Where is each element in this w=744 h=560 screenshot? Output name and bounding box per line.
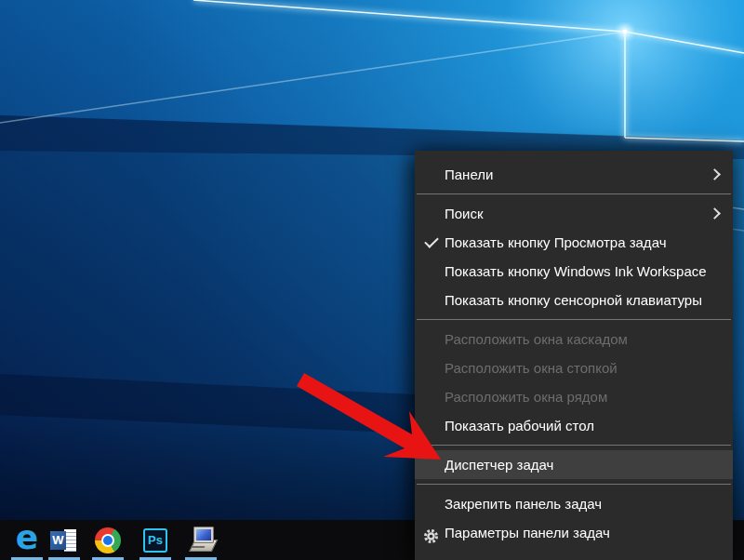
menu-item-label: Расположить окна рядом <box>445 389 607 405</box>
menu-item-show-windows-ink-workspace-button[interactable]: Показать кнопку Windows Ink Workspace <box>415 257 733 286</box>
menu-separator <box>417 319 731 320</box>
taskbar-button-chrome[interactable] <box>89 520 126 560</box>
taskbar-context-menu: Панели Поиск Показать кнопку Просмотра з… <box>415 151 733 560</box>
gear-icon <box>423 525 439 553</box>
chevron-right-icon <box>709 207 721 220</box>
menu-item-label: Показать рабочий стол <box>445 418 594 433</box>
taskbar-button-word[interactable]: W <box>46 520 83 560</box>
menu-item-label: Панели <box>445 167 493 182</box>
menu-item-task-manager[interactable]: Диспетчер задач <box>415 450 733 479</box>
word-icon: W <box>50 527 78 553</box>
computer-icon-monitor <box>193 527 214 543</box>
menu-item-taskbar-settings[interactable]: Параметры панели задач <box>415 518 733 547</box>
menu-item-search[interactable]: Поиск <box>415 199 733 228</box>
menu-item-label: Показать кнопку Просмотра задач <box>445 234 666 250</box>
menu-item-label: Закрепить панель задач <box>445 496 602 512</box>
photoshop-icon: Ps <box>143 528 167 553</box>
computer-icon-screen <box>196 529 211 540</box>
menu-separator <box>417 484 731 485</box>
taskbar-button-edge[interactable]: e <box>8 520 46 560</box>
menu-item-stack-windows: Расположить окна стопкой <box>415 353 733 382</box>
menu-item-lock-taskbar[interactable]: Закрепить панель задач <box>415 489 733 518</box>
chrome-icon <box>95 527 121 553</box>
computer-icon-slot <box>192 546 206 548</box>
menu-item-show-desktop[interactable]: Показать рабочий стол <box>415 411 733 440</box>
menu-item-cascade-windows: Расположить окна каскадом <box>415 325 733 353</box>
menu-item-label: Показать кнопку Windows Ink Workspace <box>445 263 707 279</box>
menu-item-label: Поиск <box>445 206 484 221</box>
checkmark-icon <box>424 233 439 248</box>
menu-item-panels[interactable]: Панели <box>415 160 733 189</box>
menu-item-side-by-side-windows: Расположить окна рядом <box>415 382 733 411</box>
menu-item-label: Диспетчер задач <box>445 457 553 473</box>
menu-separator <box>417 193 731 194</box>
menu-item-label: Показать кнопку сенсорной клавиатуры <box>445 292 702 308</box>
taskbar-button-computer[interactable] <box>182 520 219 560</box>
computer-icon <box>186 527 216 554</box>
chrome-icon-core <box>103 536 113 545</box>
edge-icon: e <box>16 524 38 552</box>
chevron-right-icon <box>709 168 721 180</box>
taskbar-button-photoshop[interactable]: Ps <box>137 520 174 560</box>
menu-item-show-touch-keyboard-button[interactable]: Показать кнопку сенсорной клавиатуры <box>415 286 733 314</box>
word-letter-badge: W <box>50 531 66 550</box>
menu-item-label: Расположить окна стопкой <box>445 360 618 376</box>
menu-separator <box>417 445 731 446</box>
menu-item-show-task-view-button[interactable]: Показать кнопку Просмотра задач <box>415 228 733 257</box>
menu-item-label: Параметры панели задач <box>445 525 610 540</box>
menu-item-label: Расположить окна каскадом <box>445 331 628 347</box>
